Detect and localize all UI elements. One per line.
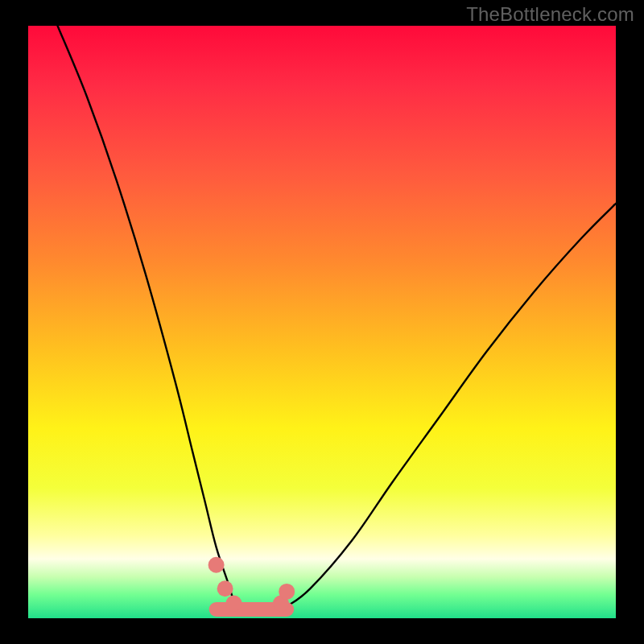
accent-point	[279, 584, 295, 600]
chart-frame: TheBottleneck.com	[0, 0, 644, 644]
accent-point	[217, 580, 233, 597]
accent-point	[208, 557, 225, 573]
accent-point	[226, 596, 242, 612]
watermark-text: TheBottleneck.com	[466, 3, 634, 26]
bottleneck-chart	[0, 0, 644, 644]
plot-background-gradient	[28, 26, 616, 618]
